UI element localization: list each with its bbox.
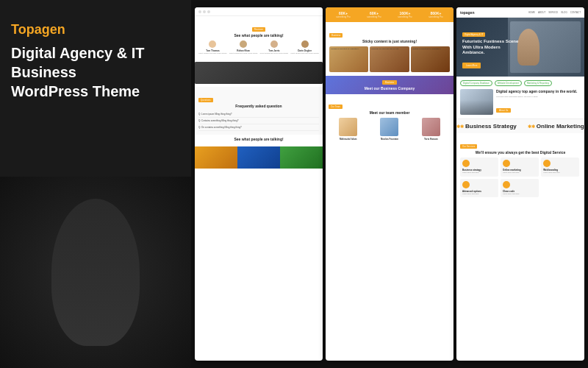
team-photo-1: [339, 118, 357, 136]
sticky-title: Sticky content is just stunning!: [329, 39, 450, 43]
nav-item-service: SERVICE: [548, 11, 558, 14]
stat-1: 60K+ something Pro: [336, 11, 350, 18]
nav-item-about: ABOUT: [538, 11, 545, 14]
marquee-item-1: ✱✱ Business Strategy: [456, 123, 517, 130]
main-container: Topagen Digital Agency & IT Business Wor…: [0, 0, 588, 368]
person-text-4: Short review text here lorem ipsum: [290, 52, 319, 55]
card-text-1: Hosting is important for Websites 1: [329, 46, 368, 52]
feature-tag-2: Website Development: [495, 80, 522, 86]
team-name-3: Yaris Hassan: [424, 138, 438, 141]
avatar-2: [240, 40, 247, 48]
services-section: Our Services We'll ensure you always get…: [456, 133, 584, 201]
feature-tag-1: Digital Company Database: [460, 80, 492, 86]
team-title: Meet our team member: [329, 110, 451, 115]
person-text-3: Short review text here lorem ipsum: [260, 52, 289, 55]
nav-dot-2: [203, 10, 206, 13]
bottom-testimonials-title: See what people are talking!: [198, 137, 319, 141]
testimonials-section: Reviewer See what people are talking! To…: [195, 16, 323, 62]
service-icon-4: [462, 181, 470, 188]
faq-item-3: Q: On contains something filling thing t…: [198, 124, 319, 131]
bottom-testimonials-label: See what people are talking!: [195, 135, 323, 146]
meet-text: Business Meet our Business Company: [365, 80, 415, 91]
nav-dot-3: [207, 10, 210, 13]
feature-content: Digital agency top agen company in the w…: [460, 89, 581, 115]
service-desc-4: Short desc text here: [462, 193, 496, 196]
features-section: Digital Company Database Website Develop…: [456, 77, 584, 118]
star-icon-1: ✱✱: [456, 124, 464, 129]
team-photo-3: [422, 118, 440, 136]
testimonials-row: Tom Thomas Short review text here lorem …: [198, 40, 319, 55]
team-member-2: Nicolas Fountain: [370, 118, 409, 141]
avatar-4: [301, 40, 309, 48]
preview-pages-panel: Reviewer See what people are talking! To…: [191, 0, 588, 368]
service-desc-2: Short desc text here: [503, 171, 537, 174]
stat-label-2: something Pro: [367, 15, 381, 18]
marquee-text-2: Online Marketing: [537, 123, 584, 130]
testimonial-item-3: Tom Jarris Short review text here lorem …: [260, 40, 289, 55]
faq-item-1: Q: Lorem ipsum filling thing thing?: [198, 111, 319, 118]
team-member-3: Yaris Hassan: [412, 118, 451, 141]
hero-cta-button[interactable]: Learn More: [462, 63, 481, 68]
card-text-2: Discover our field and ask for info: [370, 46, 409, 52]
hero-title: Futuristic Fustiness Scene With Ultra Mo…: [462, 39, 521, 56]
service-item-4: Advanced options Short desc text here: [460, 179, 498, 198]
faq-item-2: Q: Contains something filling thing thin…: [198, 118, 319, 124]
marquee-item-2: ✱✱ Online Marketing: [528, 123, 584, 130]
color-block-green: [280, 146, 323, 169]
left-info-panel: Topagen Digital Agency & IT Business Wor…: [0, 0, 191, 368]
right-hero: Digital Agency & IT Futuristic Fustiness…: [456, 18, 584, 77]
stats-bar: 60K+ something Pro 60K+ something Pro 16…: [326, 7, 453, 22]
background-archery-image: [0, 177, 191, 368]
right-page-nav: topagen HOME ABOUT SERVICE BLOG CONTACT: [456, 7, 584, 18]
feature-tags: Digital Company Database Website Develop…: [460, 80, 581, 86]
feature-btn[interactable]: About Us: [496, 108, 511, 113]
stat-label-3: something Pro: [398, 15, 412, 18]
team-section: Our Team Meet our team member Mahmudul I…: [326, 94, 453, 144]
sticky-label: Business: [329, 33, 343, 38]
person-text-1: Short review text here lorem ipsum: [198, 52, 227, 55]
team-name-1: Mahmudul Islam: [340, 138, 357, 141]
content-card-3: Hosting is important for Websites 3: [411, 46, 450, 72]
faq-title: Frequently asked question: [198, 104, 319, 108]
nav-item-blog: BLOG: [561, 11, 567, 14]
feature-desc: Text goes here describing agency service…: [496, 96, 581, 99]
nav-item-contact: CONTACT: [570, 11, 581, 14]
color-block-orange: [195, 146, 237, 169]
person-text-2: Short review text here lorem ipsum: [229, 52, 258, 55]
right-logo: topagen: [460, 10, 474, 15]
service-item-2: Online marketing Short desc text here: [501, 158, 539, 177]
service-item-5: Clean code Short desc text here: [501, 179, 539, 198]
nav-items: HOME ABOUT SERVICE BLOG CONTACT: [528, 11, 581, 14]
service-icon-3: [543, 160, 551, 167]
feature-text: Digital agency top agen company in the w…: [496, 89, 581, 115]
stat-3: 160K+ something Pro: [398, 11, 412, 18]
stat-label-4: something Pro: [429, 15, 442, 18]
testimonial-item-1: Tom Thomas Short review text here lorem …: [198, 40, 227, 55]
stat-2: 60K+ something Pro: [367, 11, 381, 18]
service-icon-2: [503, 160, 510, 167]
page-preview-left: Reviewer See what people are talking! To…: [195, 7, 323, 361]
testimonials-title: See what people are talking!: [198, 33, 319, 38]
team-member-1: Mahmudul Islam: [329, 118, 368, 141]
stat-4: 860K+ something Pro: [429, 11, 442, 18]
content-card-1: Hosting is important for Websites 1: [329, 46, 368, 72]
left-page-nav: [195, 7, 323, 16]
service-item-1: Business strategy Short desc text here: [460, 158, 498, 177]
color-block-blue: [237, 146, 280, 169]
content-cards: Hosting is important for Websites 1 Disc…: [329, 46, 450, 72]
team-name-2: Nicolas Fountain: [381, 138, 398, 141]
page-preview-middle: 60K+ something Pro 60K+ something Pro 16…: [326, 7, 453, 361]
service-icon-5: [503, 181, 510, 188]
meet-title: Meet our Business Company: [365, 86, 415, 91]
hero-tag: Digital Agency & IT: [462, 32, 485, 37]
feature-image: [460, 89, 493, 115]
stat-label-1: something Pro: [336, 15, 350, 18]
dark-image-block: [195, 62, 323, 84]
avatar-3: [270, 40, 278, 48]
testimonial-item-2: Rohan Khan Short review text here lorem …: [229, 40, 258, 55]
team-row: Mahmudul Islam Nicolas Fountain Yaris Ha…: [329, 118, 451, 141]
marquee-section: ✱✱ Business Strategy ✱✱ Online Marketing: [456, 118, 584, 133]
faq-label: Questions: [198, 98, 213, 102]
service-desc-3: Short desc text here: [543, 171, 577, 174]
testimonials-label: Reviewer: [252, 27, 266, 32]
